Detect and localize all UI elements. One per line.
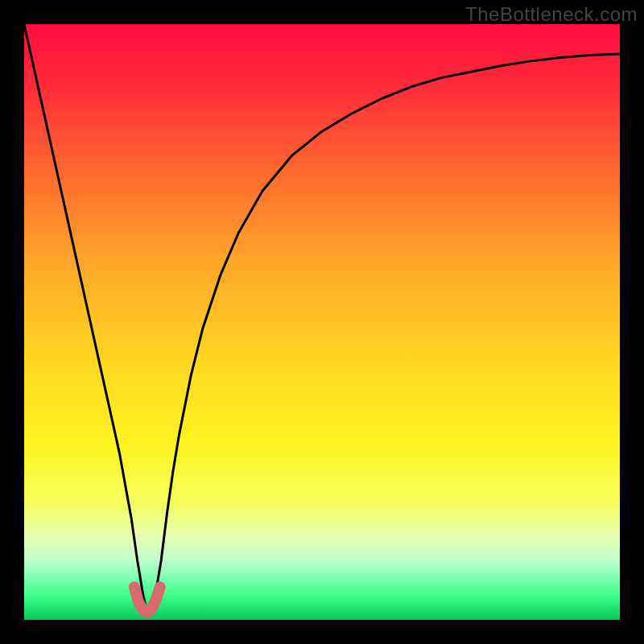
chart-frame: TheBottleneck.com — [0, 0, 644, 644]
gradient-background — [24, 24, 620, 620]
bottleneck-chart — [24, 24, 620, 620]
plot-area — [24, 24, 620, 620]
watermark-text: TheBottleneck.com — [465, 3, 638, 26]
